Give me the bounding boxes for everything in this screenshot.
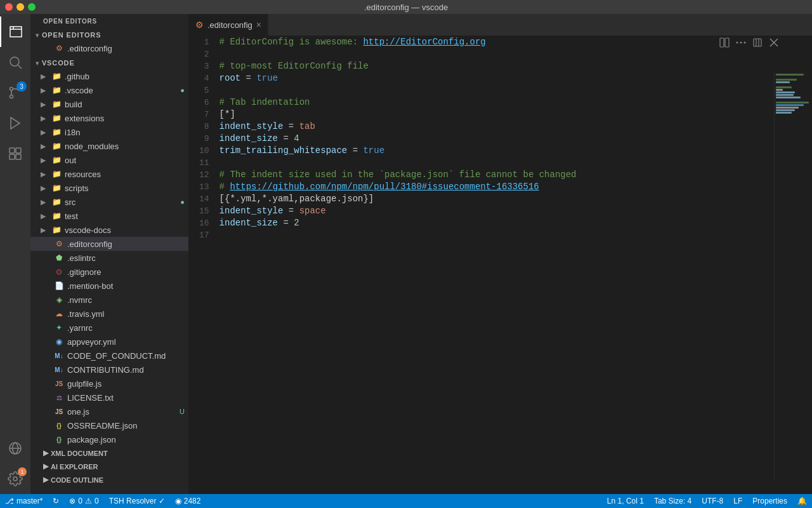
file-package-json[interactable]: {} package.json: [30, 432, 188, 446]
file-one-js[interactable]: JS one.js U: [30, 404, 188, 418]
folder-test[interactable]: ▶ 📁 test: [30, 209, 188, 223]
file-travis[interactable]: ☁ .travis.yml: [30, 307, 188, 321]
file-ossreadme[interactable]: {} OSSREADME.json: [30, 418, 188, 432]
folder-node-modules-label: node_modules: [65, 142, 188, 151]
tab-close-button[interactable]: ×: [256, 20, 261, 29]
file-editorconfig[interactable]: ⚙ .editorconfig: [30, 237, 188, 251]
remote-activity-icon[interactable]: [0, 433, 30, 464]
line-ending-status[interactable]: LF: [728, 494, 747, 508]
language-mode-status[interactable]: Properties: [747, 494, 792, 508]
git-branch-status[interactable]: ⎇ master*: [0, 494, 48, 508]
folder-src[interactable]: ▶ 📁 src ●: [30, 195, 188, 209]
folder-vscode[interactable]: ▶ 📁 .vscode ●: [30, 83, 188, 97]
code-token: tab: [299, 121, 315, 133]
file-travis-label: .travis.yml: [67, 309, 188, 319]
close-button[interactable]: [5, 3, 13, 11]
tsh-resolver-status[interactable]: TSH Resolver ✓: [104, 494, 170, 508]
folder-scripts[interactable]: ▶ 📁 scripts: [30, 181, 188, 195]
xml-document-header[interactable]: ▶ XML DOCUMENT: [30, 446, 188, 460]
vscode-section-header[interactable]: ▾ VSCODE: [30, 55, 188, 69]
code-content[interactable]: # EditorConfig is awesome: http://Editor…: [219, 36, 812, 494]
file-contributing[interactable]: M↓ CONTRIBUTING.md: [30, 363, 188, 377]
debug-activity-icon[interactable]: [0, 108, 30, 138]
folder-resources[interactable]: ▶ 📁 resources: [30, 167, 188, 181]
explorer-icon[interactable]: [0, 17, 30, 47]
file-mention-bot[interactable]: 📄 .mention-bot: [30, 279, 188, 293]
open-editors-header[interactable]: ▾ OPEN EDITORS: [30, 27, 188, 41]
code-token: trim_trailing_whitespace: [219, 145, 348, 157]
code-line-3: # top-most EditorConfig file: [219, 60, 774, 72]
folder-extensions[interactable]: ▶ 📁 extensions: [30, 111, 188, 125]
more-actions-button[interactable]: [735, 36, 747, 51]
code-token: 2: [294, 217, 299, 229]
folder-i18n[interactable]: ▶ 📁 i18n: [30, 125, 188, 139]
tab-size-status[interactable]: Tab Size: 4: [649, 494, 697, 508]
folder-out-label: out: [65, 156, 188, 165]
maximize-button[interactable]: [28, 3, 36, 11]
line-num-16: 16: [199, 217, 209, 229]
folder-build-chevron: ▶: [41, 100, 51, 109]
svg-rect-8: [10, 154, 15, 159]
cursor-position-status[interactable]: Ln 1, Col 1: [602, 494, 649, 508]
ai-explorer-header[interactable]: ▶ AI EXPLORER: [30, 460, 188, 473]
file-contributing-label: CONTRIBUTING.md: [67, 365, 188, 375]
code-editor[interactable]: 1 2 3 4 5 6 7 8 9 10 11 12 13 14 15 16 1…: [189, 36, 812, 494]
file-eslintrc[interactable]: ⬟ .eslintrc: [30, 251, 188, 265]
file-mention-bot-label: .mention-bot: [67, 281, 188, 291]
code-token: #: [219, 181, 230, 193]
activity-bar: 3: [0, 14, 30, 494]
sync-icon: ↻: [53, 497, 59, 505]
file-appveyor[interactable]: ◉ appveyor.yml: [30, 335, 188, 349]
code-outline-header[interactable]: ▶ CODE OUTLINE: [30, 473, 188, 486]
errors-status[interactable]: ⊗ 0 ⚠ 0: [64, 494, 103, 508]
file-gitignore[interactable]: ⊙ .gitignore: [30, 265, 188, 279]
file-ossreadme-label: OSSREADME.json: [67, 421, 188, 431]
settings-activity-icon[interactable]: 1: [0, 464, 30, 494]
git-activity-icon[interactable]: 3: [0, 77, 30, 108]
close-editor-button[interactable]: [768, 36, 780, 51]
file-license[interactable]: ⚖ LICENSE.txt: [30, 391, 188, 404]
code-token: =: [240, 72, 256, 84]
line-num-8: 8: [199, 121, 209, 133]
file-package-json-label: package.json: [67, 435, 188, 444]
tab-editorconfig[interactable]: ⚙ .editorconfig ×: [189, 14, 268, 36]
folder-i18n-label: i18n: [65, 128, 188, 137]
status-right: Ln 1, Col 1 Tab Size: 4 UTF-8 LF Propert…: [602, 494, 812, 508]
line-num-9: 9: [199, 133, 209, 145]
svg-point-16: [740, 42, 742, 44]
code-line-12: # The indent size used in the `package.j…: [219, 169, 774, 181]
encoding-status[interactable]: UTF-8: [697, 494, 728, 508]
maximize-editor-button[interactable]: [751, 36, 764, 51]
file-nvmrc[interactable]: ◈ .nvmrc: [30, 293, 188, 307]
notifications-status[interactable]: 🔔: [792, 494, 812, 508]
folder-github[interactable]: ▶ 📁 .github: [30, 69, 188, 83]
file-gulpfile[interactable]: JS gulpfile.js: [30, 377, 188, 391]
file-nvmrc-icon: ◈: [53, 294, 65, 305]
file-yarnrc[interactable]: ✦ .yarnrc: [30, 321, 188, 335]
git-badge: 3: [16, 81, 27, 91]
explorer-section-header[interactable]: OPEN EDITORS: [30, 14, 188, 27]
file-contributing-icon: M↓: [53, 364, 65, 375]
file-code-of-conduct[interactable]: M↓ CODE_OF_CONDUCT.md: [30, 349, 188, 363]
code-link[interactable]: https://github.com/npm/npm/pull/3180#iss…: [230, 181, 539, 193]
open-editor-editorconfig[interactable]: ⚙ .editorconfig: [30, 41, 188, 55]
one-js-badge: U: [180, 408, 185, 415]
eye-status[interactable]: ◉ 2482: [170, 494, 206, 508]
search-activity-icon[interactable]: [0, 47, 30, 77]
folder-node-modules-chevron: ▶: [41, 142, 51, 150]
code-line-9: indent_size = 4: [219, 133, 774, 145]
code-link[interactable]: http://EditorConfig.org: [363, 36, 485, 48]
split-editor-button[interactable]: [718, 36, 731, 51]
extensions-activity-icon[interactable]: [0, 138, 30, 169]
minimize-button[interactable]: [16, 3, 24, 11]
folder-vscode-docs[interactable]: ▶ 📁 vscode-docs: [30, 223, 188, 237]
file-mention-bot-icon: 📄: [53, 280, 65, 291]
file-gitignore-icon: ⊙: [53, 266, 65, 277]
src-badge: ●: [180, 198, 185, 206]
line-num-6: 6: [199, 97, 209, 109]
eye-icon: ◉: [175, 497, 181, 505]
folder-build[interactable]: ▶ 📁 build: [30, 97, 188, 111]
folder-out[interactable]: ▶ 📁 out: [30, 153, 188, 167]
folder-node-modules[interactable]: ▶ 📁 node_modules: [30, 139, 188, 153]
sync-status[interactable]: ↻: [48, 494, 64, 508]
